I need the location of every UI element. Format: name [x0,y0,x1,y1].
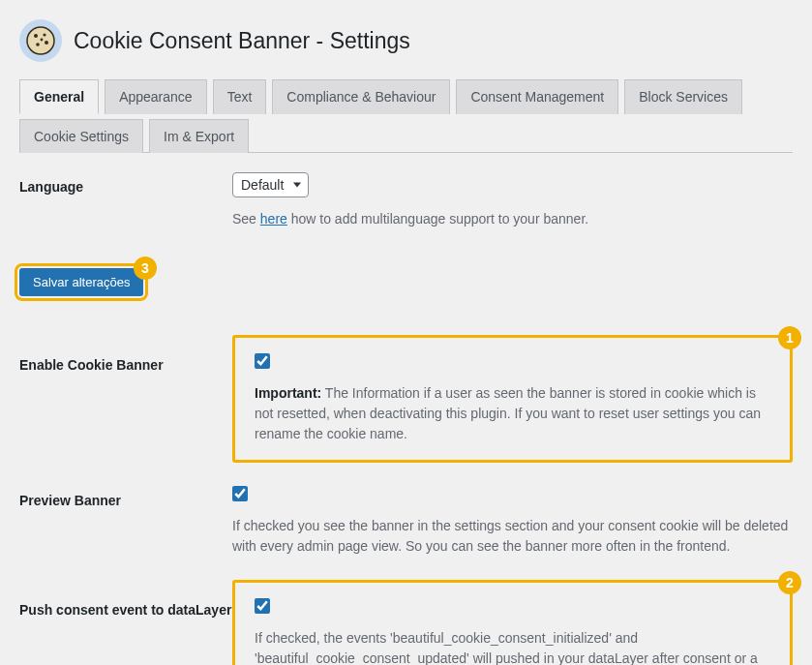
tab-appearance[interactable]: Appearance [105,79,207,114]
label-preview-banner: Preview Banner [19,486,232,511]
cookie-logo-icon [19,19,62,62]
push-consent-checkbox[interactable] [255,598,270,614]
annotation-badge-3: 3 [134,257,157,280]
annotation-badge-2: 2 [778,571,801,594]
svg-point-0 [27,27,54,54]
preview-banner-description: If checked you see the banner in the set… [232,516,793,557]
row-enable-cookie-banner: Enable Cookie Banner 1 Important: The In… [19,335,793,463]
page-title: Cookie Consent Banner - Settings [74,28,410,54]
enable-cookie-banner-checkbox[interactable] [255,353,270,369]
label-push-consent: Push consent event to dataLayer [19,580,232,620]
enable-cookie-banner-description: Important: The Information if a user as … [255,383,770,444]
row-preview-banner: Preview Banner If checked you see the ba… [19,486,793,557]
tab-consent-management[interactable]: Consent Management [456,79,618,114]
language-description: See here how to add multilanguage suppor… [232,209,793,229]
language-help-link[interactable]: here [260,211,287,227]
row-language: Language Default See here how to add mul… [19,172,793,229]
language-select[interactable]: Default [232,172,309,197]
svg-point-4 [36,43,40,46]
annotation-badge-1: 1 [778,326,801,349]
page-header: Cookie Consent Banner - Settings [19,19,793,62]
save-row: Salvar alterações 3 [19,268,793,296]
tab-compliance[interactable]: Compliance & Behaviour [272,79,450,114]
save-button[interactable]: Salvar alterações [19,268,143,296]
highlight-box-2: 2 If checked, the events 'beautiful_cook… [232,580,793,665]
push-consent-description: If checked, the events 'beautiful_cookie… [255,628,770,665]
tabs-nav: General Appearance Text Compliance & Beh… [19,79,793,153]
label-enable-cookie-banner: Enable Cookie Banner [19,335,232,376]
highlight-box-1: 1 Important: The Information if a user a… [232,335,793,463]
svg-point-2 [43,33,45,36]
preview-banner-checkbox[interactable] [232,486,248,501]
tab-general[interactable]: General [19,79,99,114]
tab-cookie-settings[interactable]: Cookie Settings [19,119,143,153]
tab-text[interactable]: Text [213,79,267,114]
tab-block-services[interactable]: Block Services [624,79,742,114]
svg-point-3 [45,41,48,45]
label-language: Language [19,172,232,197]
svg-point-1 [34,34,38,38]
tab-im-export[interactable]: Im & Export [149,119,249,153]
row-push-consent: Push consent event to dataLayer 2 If che… [19,580,793,665]
svg-point-5 [41,39,44,42]
